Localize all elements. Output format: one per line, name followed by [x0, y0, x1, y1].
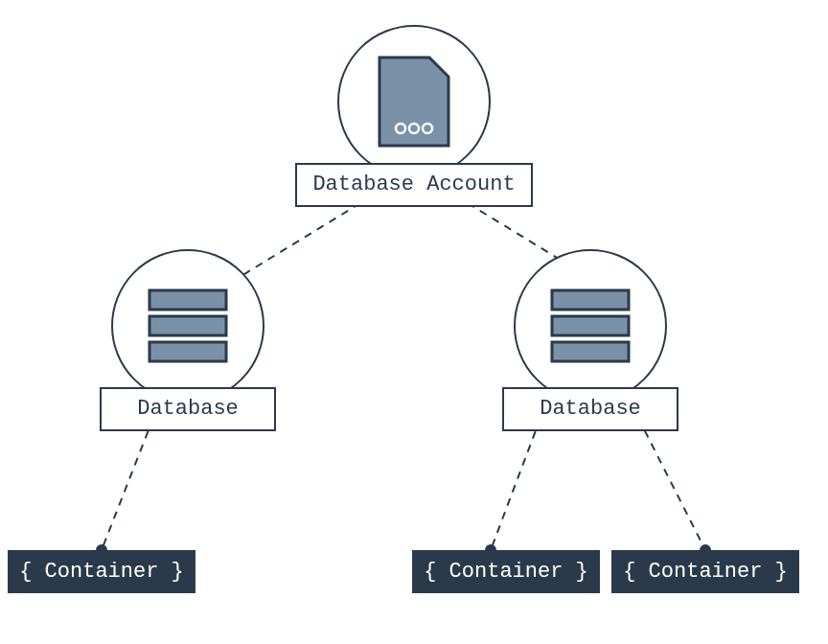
- svg-rect-13: [150, 290, 226, 310]
- database-node-left: [111, 249, 264, 402]
- database-label-right: Database: [540, 397, 641, 421]
- database-icon: [148, 288, 228, 363]
- container-label-2: { Container }: [424, 560, 588, 584]
- svg-rect-17: [552, 316, 629, 335]
- database-label-left: Database: [137, 397, 239, 421]
- container-box-2: { Container }: [412, 550, 600, 593]
- account-label: Database Account: [312, 172, 515, 196]
- database-label-box-right: Database: [502, 387, 678, 431]
- svg-line-4: [638, 418, 705, 550]
- svg-line-3: [491, 418, 540, 550]
- svg-rect-15: [150, 342, 226, 361]
- document-icon: [376, 54, 452, 150]
- svg-line-2: [102, 418, 153, 550]
- account-node: [337, 25, 491, 178]
- svg-rect-18: [552, 342, 629, 361]
- container-label-3: { Container }: [623, 560, 788, 584]
- database-icon: [550, 288, 631, 363]
- svg-rect-16: [552, 290, 629, 310]
- svg-rect-14: [150, 316, 226, 335]
- account-label-box: Database Account: [295, 163, 533, 207]
- container-label-1: { Container }: [19, 560, 184, 584]
- container-box-3: { Container }: [611, 550, 799, 593]
- database-node-right: [514, 249, 667, 402]
- container-box-1: { Container }: [8, 550, 196, 593]
- database-label-box-left: Database: [100, 387, 276, 431]
